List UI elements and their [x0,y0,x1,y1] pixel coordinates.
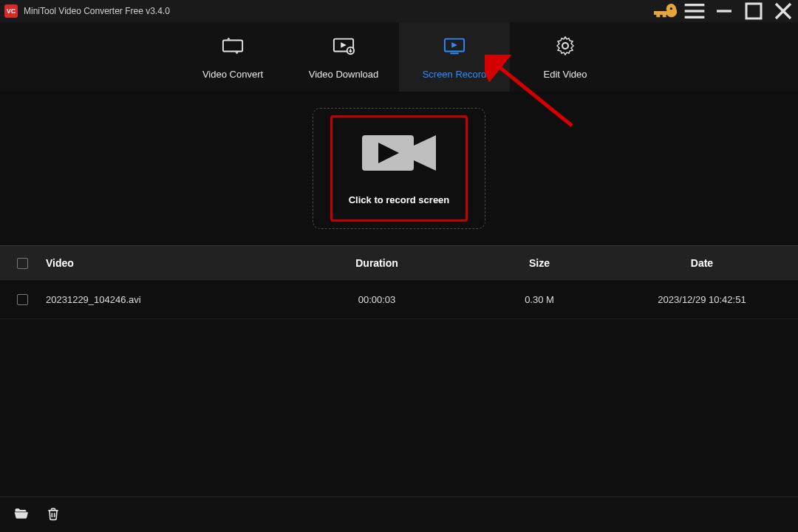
tab-label: Video Convert [202,69,263,80]
cell-video: 20231229_104246.avi [44,294,296,305]
minimize-button[interactable] [709,0,739,22]
svg-point-14 [562,43,568,49]
header-date: Date [621,257,798,269]
svg-marker-9 [341,42,347,48]
titlebar: VC MiniTool Video Converter Free v3.4.0 [0,0,798,22]
tab-screen-record[interactable]: Screen Record [399,22,510,92]
delete-button[interactable] [46,506,61,524]
cell-size: 0.30 M [458,294,621,305]
open-folder-button[interactable] [13,506,28,524]
record-zone: Click to record screen [0,92,798,245]
upgrade-key-icon[interactable] [650,0,680,22]
window-title: MiniTool Video Converter Free v3.4.0 [24,6,170,16]
record-button[interactable]: Click to record screen [330,115,468,222]
table-row[interactable]: 20231229_104246.avi 00:00:03 0.30 M 2023… [0,281,798,319]
close-button[interactable] [768,0,798,22]
record-dropzone[interactable]: Click to record screen [313,108,485,229]
bottom-bar [0,497,798,532]
svg-rect-4 [746,4,761,18]
tab-edit-video[interactable]: Edit Video [510,22,621,92]
tab-label: Screen Record [423,69,487,80]
header-size: Size [458,257,621,269]
recordings-table: Video Duration Size Date 20231229_104246… [0,245,798,319]
app-icon: VC [4,4,18,18]
record-caption: Click to record screen [349,194,450,205]
select-all-checkbox[interactable] [17,258,28,269]
row-checkbox[interactable] [17,294,28,305]
table-header: Video Duration Size Date [0,245,798,281]
maximize-button[interactable] [739,0,768,22]
cell-duration: 00:00:03 [296,294,458,305]
menu-icon[interactable] [680,0,709,22]
header-video: Video [44,257,296,269]
header-duration: Duration [296,257,458,269]
svg-rect-7 [223,40,242,51]
tab-label: Edit Video [543,69,587,80]
cell-date: 2023/12/29 10:42:51 [621,294,798,305]
svg-marker-12 [451,42,457,48]
tab-label: Video Download [309,69,378,80]
tab-video-convert[interactable]: Video Convert [177,22,288,92]
main-toolbar: Video Convert Video Download Screen Reco… [0,22,798,92]
camera-icon [362,132,436,177]
tab-video-download[interactable]: Video Download [288,22,399,92]
